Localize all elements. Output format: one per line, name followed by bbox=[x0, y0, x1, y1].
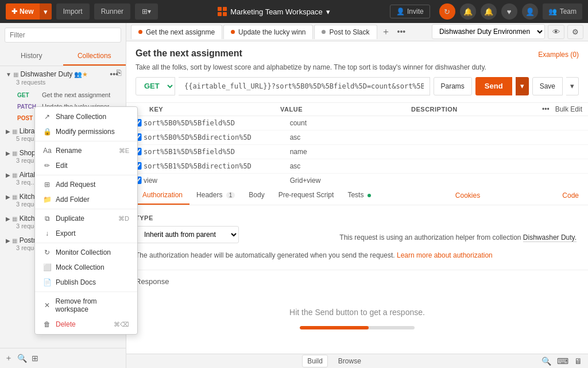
new-collection-button[interactable]: ⎘ bbox=[117, 68, 121, 77]
bottom-monitor-icon[interactable]: 🖥 bbox=[574, 356, 582, 366]
tab-authorization[interactable]: Authorization bbox=[136, 186, 189, 205]
type-label: TYPE bbox=[136, 214, 579, 221]
menu-item-add-folder[interactable]: 📁 Add Folder bbox=[35, 192, 137, 207]
row-key: sort%5B0%5D%5Bfield%5D bbox=[144, 119, 290, 127]
context-menu: ↗ Share Collection 🔒 Modify permissions … bbox=[34, 106, 138, 335]
lock-icon: 🔒 bbox=[43, 128, 51, 136]
tab-get-assignment[interactable]: Get the next assignme bbox=[131, 25, 222, 39]
tab-prerequest[interactable]: Pre-request Script bbox=[272, 186, 341, 205]
bottom-terminal-icon[interactable]: ⌨ bbox=[557, 356, 568, 366]
cookies-link[interactable]: Cookies bbox=[455, 191, 480, 200]
avatar-icon[interactable]: 👤 bbox=[522, 3, 538, 20]
tab-post-slack[interactable]: Post to Slack bbox=[314, 25, 377, 39]
save-dropdown-button[interactable]: ▾ bbox=[566, 77, 579, 95]
environment-eye-button[interactable]: 👁 bbox=[548, 25, 564, 39]
workspace-title[interactable]: Marketing Team Workspace ▾ bbox=[218, 7, 330, 16]
params-section: KEY VALUE DESCRIPTION ••• Bulk Edit sort… bbox=[126, 103, 588, 186]
menu-item-add-request[interactable]: ⊞ Add Request bbox=[35, 177, 137, 192]
menu-shortcut: ⌘E bbox=[119, 147, 129, 155]
menu-item-mock[interactable]: ⬜ Mock Collection bbox=[35, 260, 137, 275]
menu-divider bbox=[35, 292, 137, 292]
tab-collections[interactable]: Collections bbox=[63, 47, 126, 66]
tab-update-winner[interactable]: Update the lucky winn bbox=[223, 25, 313, 39]
new-button[interactable]: ✚ New ▾ bbox=[6, 3, 52, 20]
menu-item-publish[interactable]: 📄 Publish Docs bbox=[35, 275, 137, 290]
environment-gear-button[interactable]: ⚙ bbox=[567, 25, 583, 39]
params-button[interactable]: Params bbox=[434, 77, 472, 95]
tab-headers[interactable]: Headers 1 bbox=[189, 186, 242, 205]
menu-shortcut: ⌘⌫ bbox=[114, 321, 129, 328]
nav-icons: ↻ 🔔 🔔 ♥ 👤 bbox=[439, 3, 538, 20]
team-button[interactable]: 👥 Team bbox=[543, 3, 582, 20]
tab-dot bbox=[322, 30, 326, 34]
import-button[interactable]: Import bbox=[56, 3, 90, 20]
tab-more-button[interactable]: ••• bbox=[394, 27, 409, 36]
layout-button[interactable]: ⊞▾ bbox=[135, 3, 158, 20]
browse-button[interactable]: Browse bbox=[334, 355, 366, 367]
url-input[interactable] bbox=[179, 77, 430, 95]
footer-add-icon[interactable]: ＋ bbox=[5, 353, 13, 363]
notification-icon[interactable]: 🔔 bbox=[481, 3, 497, 20]
bottom-search-icon[interactable]: 🔍 bbox=[541, 356, 551, 366]
sidebar-footer: ＋ 🔍 ⊞ bbox=[0, 348, 126, 368]
send-dropdown-button[interactable]: ▾ bbox=[516, 77, 529, 95]
environment-selector: Dishwasher Duty Environmen 👁 ⚙ bbox=[432, 24, 583, 39]
duplicate-icon: ⧉ bbox=[43, 214, 51, 223]
bulk-edit-button[interactable]: Bulk Edit bbox=[555, 105, 582, 113]
folder-icon: ▦ bbox=[13, 71, 18, 78]
share-icon: ↗ bbox=[43, 113, 51, 121]
invite-button[interactable]: 👤 Invite bbox=[390, 5, 430, 18]
sidebar-tabs: History Collections bbox=[0, 47, 126, 66]
menu-item-permissions[interactable]: 🔒 Modify permissions bbox=[35, 124, 137, 139]
learn-more-link[interactable]: Learn more about authorization bbox=[397, 251, 493, 259]
add-tab-button[interactable]: ＋ bbox=[378, 26, 393, 38]
build-button[interactable]: Build bbox=[302, 355, 328, 367]
method-select[interactable]: GET bbox=[136, 77, 175, 95]
menu-item-remove-workspace[interactable]: ✕ Remove from workspace bbox=[35, 294, 137, 317]
menu-item-share[interactable]: ↗ Share Collection bbox=[35, 109, 137, 124]
auth-note: The authorization header will be automat… bbox=[136, 250, 579, 260]
menu-item-export[interactable]: ↓ Export bbox=[35, 226, 137, 241]
tab-history[interactable]: History bbox=[0, 47, 63, 66]
runner-button[interactable]: Runner bbox=[94, 3, 130, 20]
list-item[interactable]: GET Get the next assignment bbox=[0, 89, 126, 101]
menu-item-label: Publish Docs bbox=[56, 278, 96, 286]
auth-section: TYPE Inherit auth from parent The author… bbox=[126, 205, 588, 270]
menu-item-label: Monitor Collection bbox=[56, 248, 111, 256]
menu-item-rename[interactable]: Aa Rename ⌘E bbox=[35, 143, 137, 158]
collection-link[interactable]: Dishwasher Duty. bbox=[523, 233, 577, 242]
menu-item-monitor[interactable]: ↻ Monitor Collection bbox=[35, 245, 137, 260]
response-label: Response bbox=[136, 277, 579, 286]
team-indicator: 👥 bbox=[74, 71, 82, 78]
collection-item-dishwasher[interactable]: ▼ ▦ Dishwasher Duty 👥 ★ ••• 3 requests bbox=[0, 66, 126, 89]
examples-link[interactable]: Examples (0) bbox=[538, 51, 579, 59]
menu-item-duplicate[interactable]: ⧉ Duplicate ⌘D bbox=[35, 211, 137, 226]
footer-layout-icon[interactable]: ⊞ bbox=[32, 354, 38, 363]
tests-dot bbox=[368, 194, 371, 197]
menu-item-delete[interactable]: 🗑 Delete ⌘⌫ bbox=[35, 317, 137, 332]
tab-body[interactable]: Body bbox=[242, 186, 271, 205]
table-more-button[interactable]: ••• bbox=[542, 105, 550, 113]
sync-icon[interactable]: ↻ bbox=[439, 3, 455, 20]
tab-tests[interactable]: Tests bbox=[341, 186, 377, 205]
tab-dot bbox=[138, 30, 142, 34]
table-row: view Grid+view bbox=[126, 174, 588, 186]
auth-tabs: Authorization Headers 1 Body Pre-request… bbox=[126, 186, 588, 205]
heart-icon[interactable]: ♥ bbox=[501, 3, 517, 20]
col-description: DESCRIPTION bbox=[411, 106, 542, 113]
code-link[interactable]: Code bbox=[562, 191, 579, 200]
progress-fill bbox=[300, 326, 369, 329]
new-dropdown-arrow[interactable]: ▾ bbox=[40, 3, 52, 20]
menu-item-edit[interactable]: ✏ Edit bbox=[35, 158, 137, 173]
tab-label: Get the next assignme bbox=[146, 28, 215, 36]
delete-icon: 🗑 bbox=[43, 320, 51, 328]
send-button[interactable]: Send bbox=[475, 77, 512, 95]
environment-dropdown[interactable]: Dishwasher Duty Environmen bbox=[432, 24, 545, 39]
col-value: VALUE bbox=[280, 106, 411, 113]
auth-type-select[interactable]: Inherit auth from parent bbox=[136, 226, 239, 243]
save-button[interactable]: Save bbox=[532, 77, 563, 95]
footer-search-icon[interactable]: 🔍 bbox=[17, 354, 27, 363]
bell-icon[interactable]: 🔔 bbox=[460, 3, 476, 20]
search-input[interactable] bbox=[5, 28, 121, 43]
request-title: Get the next assignment bbox=[136, 48, 242, 59]
